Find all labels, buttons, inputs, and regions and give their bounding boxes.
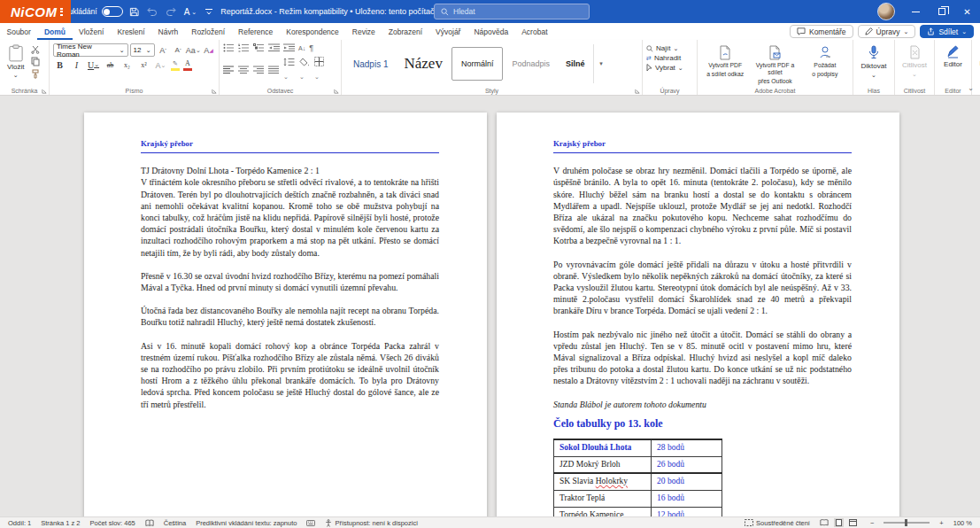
web-layout-icon[interactable]	[849, 519, 857, 526]
clear-formatting-icon[interactable]: A◢	[202, 44, 215, 56]
status-page-number[interactable]: Stránka 1 z 2	[41, 519, 80, 527]
align-left-icon[interactable]	[223, 66, 234, 74]
strikethrough-button[interactable]: ab	[104, 59, 117, 71]
dialog-launcher-icon[interactable]	[635, 89, 640, 94]
minimize-button[interactable]	[903, 0, 929, 23]
tab-napoveda[interactable]: Nápověda	[467, 23, 515, 40]
user-avatar[interactable]	[877, 3, 895, 20]
tab-navrh[interactable]: Návrh	[151, 23, 185, 40]
document-title[interactable]: Reportáž.docx - Režim kompatibility • Ul…	[220, 7, 443, 16]
justify-icon[interactable]	[268, 66, 279, 74]
find-button[interactable]: Najít⌄	[646, 44, 693, 52]
style-silne[interactable]: Silné	[559, 58, 592, 70]
table-row[interactable]: Sokol Dlouhá Lhota 28 bodů	[554, 439, 722, 456]
align-center-icon[interactable]	[238, 66, 249, 74]
editing-mode-button[interactable]: Úpravy ⌄	[858, 25, 916, 38]
redo-icon[interactable]	[166, 7, 176, 16]
read-mode-icon[interactable]	[820, 519, 829, 526]
zoom-out-button[interactable]: −	[870, 519, 874, 527]
tab-zobrazeni[interactable]: Zobrazení	[382, 23, 428, 40]
proofing-book-icon[interactable]	[145, 519, 154, 527]
cut-icon[interactable]	[31, 45, 40, 54]
restore-button[interactable]	[929, 0, 954, 23]
change-case-icon[interactable]: Aa⌄	[187, 44, 200, 56]
zoom-percentage[interactable]: 100 %	[953, 519, 972, 527]
comments-button[interactable]: Komentáře	[790, 25, 853, 38]
styles-gallery-more-icon[interactable]: ▾	[593, 44, 607, 83]
status-predictive-text[interactable]: Prediktivní vkládání textu: zapnuto	[196, 519, 297, 527]
tab-kresleni[interactable]: Kreslení	[111, 23, 151, 40]
decrease-indent-icon[interactable]	[268, 43, 280, 52]
standings-table[interactable]: Sokol Dlouhá Lhota 28 bodů JZD Mokrý Brl…	[553, 439, 722, 516]
multilevel-list-icon[interactable]	[253, 43, 265, 52]
close-button[interactable]: ✕	[954, 0, 980, 23]
table-row[interactable]: SK Slavia Holokrky 20 bodů	[554, 473, 722, 490]
tab-vyvojar[interactable]: Vývojář	[429, 23, 467, 40]
italic-button[interactable]: I	[70, 59, 83, 71]
styles-quick-icon[interactable]: A⌄	[184, 7, 197, 17]
numbering-icon[interactable]	[238, 43, 250, 52]
share-button[interactable]: Sdílet ⌄	[920, 25, 974, 38]
style-nazev[interactable]: Název	[397, 53, 449, 74]
search-input[interactable]: Hledat	[434, 4, 590, 19]
select-button[interactable]: Vybrat⌄	[646, 64, 693, 72]
style-podnadpis[interactable]: Podnadpis	[505, 58, 557, 70]
borders-icon[interactable]: ⌄	[314, 57, 324, 82]
print-layout-icon[interactable]	[834, 518, 844, 527]
line-spacing-icon[interactable]: ⌄	[283, 58, 295, 82]
sort-icon[interactable]: A↓	[298, 45, 305, 51]
tab-korespondence[interactable]: Korespondence	[280, 23, 346, 40]
pilcrow-icon[interactable]: ¶	[309, 43, 313, 52]
request-signatures-button[interactable]: Požádat o podpisy	[801, 43, 849, 85]
tab-soubor[interactable]: Soubor	[0, 23, 37, 40]
status-section[interactable]: Oddíl: 1	[8, 519, 31, 527]
status-language[interactable]: Čeština	[164, 519, 186, 527]
style-normalni-selected[interactable]: Normální	[451, 47, 504, 81]
superscript-button[interactable]: x²	[137, 59, 150, 71]
editor-button[interactable]: Editor	[938, 43, 968, 68]
table-row[interactable]: Traktor Teplá 16 bodů	[554, 490, 722, 507]
replace-button[interactable]: ⇄Nahradit	[646, 54, 693, 62]
addins-button[interactable]: Doplňky	[976, 43, 980, 67]
create-pdf-share-link-button[interactable]: Vytvořit PDF a sdílet odkaz	[701, 43, 749, 85]
format-painter-icon[interactable]	[31, 69, 40, 79]
document-page-1[interactable]: Krajský přebor TJ Drátovny Dolní Lhota -…	[84, 113, 487, 516]
dialog-launcher-icon[interactable]	[42, 89, 47, 94]
customize-qat-icon[interactable]	[204, 8, 213, 16]
status-word-count[interactable]: Počet slov: 465	[89, 519, 135, 527]
create-pdf-outlook-button[interactable]: Vytvořit PDF a sdílet přes Outlook	[751, 43, 799, 85]
dialog-launcher-icon[interactable]	[334, 89, 339, 94]
dialog-launcher-icon[interactable]	[212, 89, 217, 94]
tab-reference[interactable]: Reference	[232, 23, 280, 40]
dictate-button[interactable]: Diktovat ⌄	[857, 43, 891, 78]
font-color-button[interactable]: A	[183, 60, 192, 71]
align-right-icon[interactable]	[253, 66, 264, 74]
save-icon[interactable]	[129, 7, 139, 17]
increase-indent-icon[interactable]	[283, 43, 295, 52]
collapse-ribbon-icon[interactable]: ⌄	[968, 84, 974, 92]
shrink-font-icon[interactable]: Aˇ	[172, 44, 185, 56]
copy-icon[interactable]	[31, 57, 40, 66]
tab-rozlozeni[interactable]: Rozložení	[185, 23, 232, 40]
underline-button[interactable]: U⌄	[87, 59, 100, 71]
autosave-toggle[interactable]	[102, 6, 123, 17]
paste-button[interactable]: Vložit ⌄	[4, 43, 28, 79]
subscript-button[interactable]: x₂	[120, 59, 134, 71]
zoom-in-button[interactable]: +	[939, 519, 943, 527]
tab-acrobat[interactable]: Acrobat	[515, 23, 554, 40]
sensitivity-button[interactable]: Citlivost ⌄	[899, 43, 930, 77]
tab-vlozeni[interactable]: Vložení	[73, 23, 111, 40]
zoom-slider[interactable]	[884, 522, 930, 524]
table-row[interactable]: Torpédo Kamenice 12 bodů	[554, 507, 722, 516]
keyboard-icon[interactable]	[306, 520, 315, 526]
font-name-select[interactable]: Times New Roman⌄	[53, 43, 128, 57]
font-size-select[interactable]: 12⌄	[130, 43, 155, 57]
tab-revize[interactable]: Revize	[345, 23, 382, 40]
tab-domu[interactable]: Domů	[37, 23, 72, 40]
shading-icon[interactable]: ⌄	[299, 58, 310, 82]
bullets-icon[interactable]	[223, 43, 235, 52]
bold-button[interactable]: B	[53, 59, 66, 71]
highlight-color-button[interactable]: ✎	[171, 60, 180, 71]
undo-icon[interactable]	[147, 7, 158, 16]
focus-mode-button[interactable]: Soustředěné čtení	[745, 519, 810, 527]
